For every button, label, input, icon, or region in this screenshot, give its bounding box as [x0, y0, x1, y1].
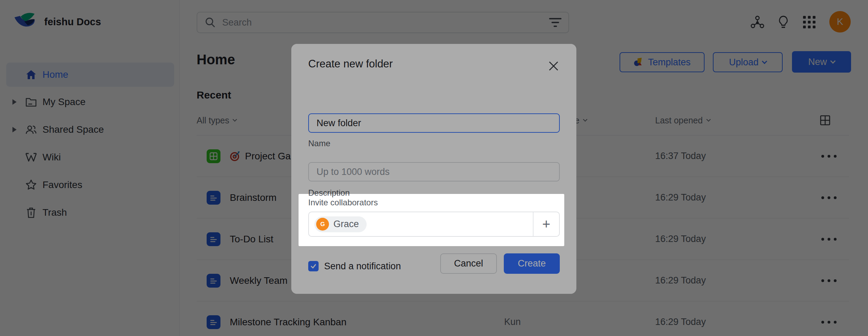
send-notification-checkbox[interactable] — [308, 261, 319, 271]
collaborator-input[interactable]: G Grace — [309, 212, 534, 236]
dialog-title: Create new folder — [308, 58, 393, 70]
cancel-button[interactable]: Cancel — [440, 253, 497, 274]
plus-icon: + — [542, 216, 550, 232]
send-notification-label: Send a notification — [324, 261, 401, 272]
collaborator-avatar: G — [316, 218, 329, 231]
create-folder-dialog: Create new folder Name Description Invit… — [291, 44, 576, 294]
check-icon — [310, 263, 317, 270]
collaborator-name: Grace — [333, 219, 359, 230]
description-label: Description — [308, 188, 350, 198]
folder-name-input[interactable] — [308, 113, 560, 133]
feishu-docs-window: feishu Docs Home My Space Shared Space — [0, 0, 868, 336]
add-collaborator-button[interactable]: + — [534, 212, 559, 236]
close-icon[interactable] — [546, 58, 561, 74]
invite-collaborators-label: Invite collaborators — [308, 198, 378, 207]
invite-collaborators-field[interactable]: G Grace + — [308, 212, 560, 237]
create-button[interactable]: Create — [504, 253, 560, 274]
name-label: Name — [308, 139, 330, 148]
folder-description-input[interactable] — [308, 162, 560, 181]
collaborator-chip[interactable]: G Grace — [314, 216, 367, 232]
